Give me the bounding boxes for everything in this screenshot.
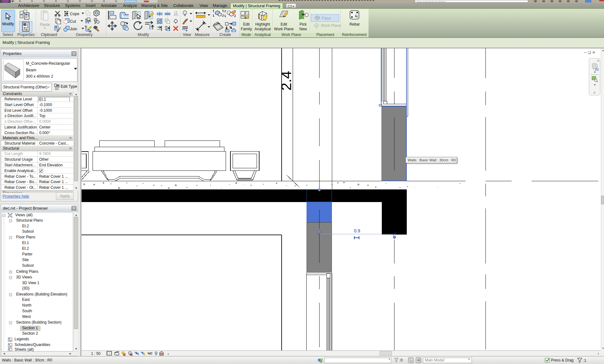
svg-text:2D: 2D bbox=[595, 68, 599, 71]
svg-text:2.4: 2.4 bbox=[278, 71, 294, 91]
svg-text:0.9: 0.9 bbox=[354, 228, 360, 233]
